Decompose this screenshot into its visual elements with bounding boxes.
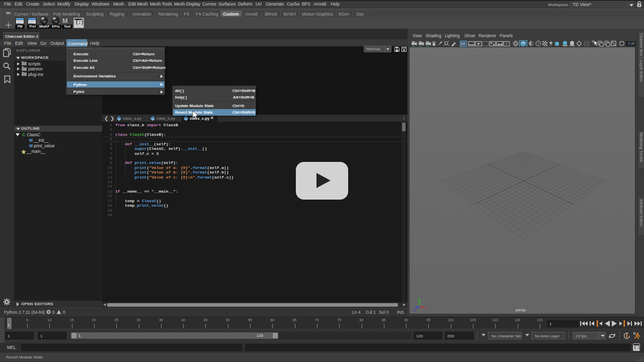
svg-text:x: x: [425, 306, 427, 310]
svg-text:0.00: 0.00: [628, 42, 635, 45]
svg-text:T: T: [506, 42, 508, 46]
svg-text:z: z: [414, 309, 416, 312]
svg-text:y: y: [419, 297, 421, 301]
